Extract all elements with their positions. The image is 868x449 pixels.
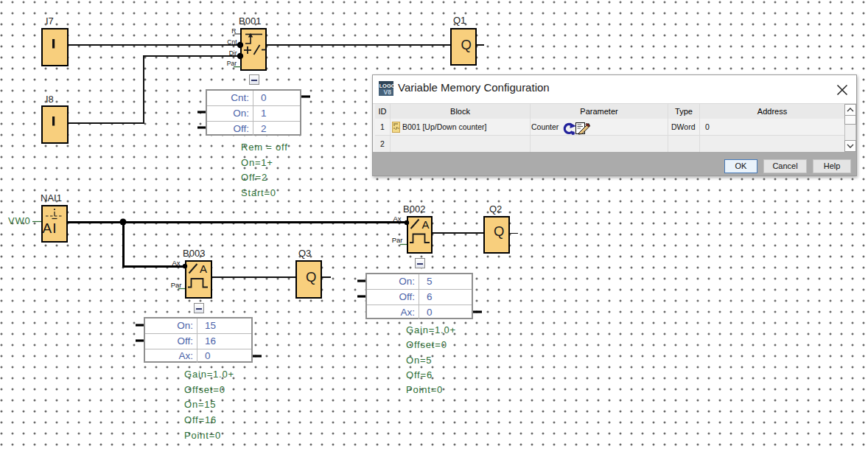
svg-text:A: A	[422, 218, 430, 231]
svg-text:Par: Par	[227, 60, 237, 67]
svg-text:Par: Par	[392, 236, 403, 244]
svg-text:A: A	[200, 262, 207, 275]
svg-text:Ax: Ax	[393, 215, 401, 223]
svg-text:Q: Q	[461, 37, 472, 52]
svg-text:Par: Par	[171, 281, 182, 289]
svg-text:Cnt: Cnt	[227, 38, 237, 46]
svg-text:R: R	[231, 27, 236, 35]
svg-text:Q: Q	[494, 223, 504, 239]
svg-text:Ax: Ax	[172, 259, 180, 267]
svg-text:Q: Q	[306, 269, 316, 285]
svg-text:Dir: Dir	[229, 49, 237, 57]
svg-text:AI: AI	[43, 220, 57, 236]
svg-text:V8: V8	[384, 88, 392, 96]
